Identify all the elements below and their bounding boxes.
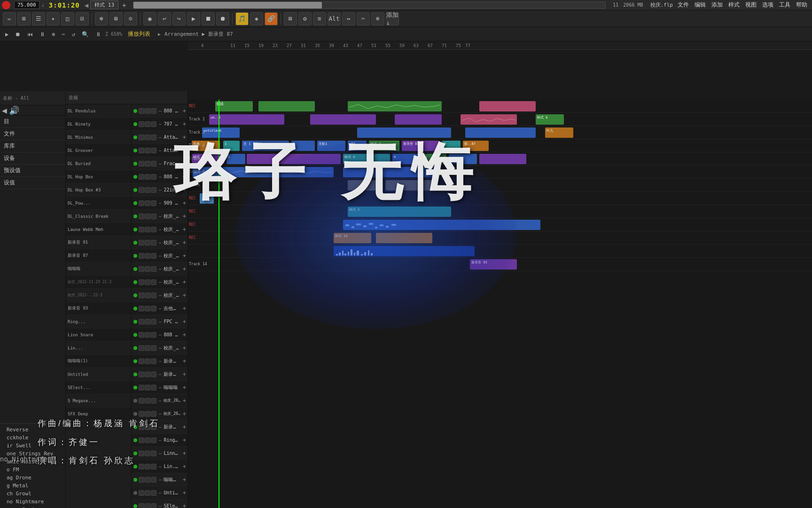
tool-slice[interactable]: ⊛ [95,12,108,25]
b3t[interactable] [151,477,156,483]
b1m[interactable] [139,385,144,390]
plus2[interactable]: + [183,239,186,246]
nav-arrow[interactable]: ◀ [85,1,88,9]
tool-move[interactable]: ↔ [342,12,355,25]
plus3[interactable]: + [183,253,186,259]
menu-help[interactable]: 帮助 [796,1,807,9]
track-mute-22kick[interactable] [139,187,144,193]
track-solo-attac11[interactable] [145,148,150,153]
track-solo-909kick[interactable] [145,200,150,206]
plus17[interactable]: + [183,437,186,444]
tool-cut[interactable]: ✂ [357,12,370,25]
b3h[interactable] [151,319,156,325]
track-led-xq20rec2[interactable] [133,254,137,258]
track-add-707kick[interactable]: + [183,121,186,127]
track-led-ring[interactable] [133,438,137,442]
b1f[interactable] [139,293,144,298]
tool-undo[interactable]: ↩ [158,12,171,25]
clip-style10b[interactable] [376,233,432,243]
menu-file[interactable]: 文件 [678,1,689,9]
clip-t2-style6[interactable]: 样式 6 [536,114,564,125]
b3u[interactable] [151,490,156,496]
track-led-xq22-1[interactable] [133,399,137,403]
plus9[interactable]: + [183,332,186,338]
track-arm-attac02[interactable] [151,135,156,140]
b1b[interactable] [139,240,144,246]
tool-rec[interactable]: ⏺ [216,12,229,25]
b1h[interactable] [139,319,144,325]
plus12[interactable]: + [183,371,186,378]
track-led-fract[interactable] [133,162,137,166]
track-arm-808ch[interactable] [151,108,156,114]
track-solo-808ch[interactable] [145,108,150,114]
clip-t5-3[interactable]: 3 [226,154,245,164]
b2r[interactable] [145,451,150,456]
b1t[interactable] [139,477,144,483]
track-mute-707kick[interactable] [139,121,144,127]
b3e[interactable] [151,279,156,285]
plus13[interactable]: + [183,384,186,391]
b3o[interactable] [151,411,156,417]
b1c[interactable] [139,253,144,259]
clip-t3d[interactable]: 叶儿 [545,127,573,138]
tool-link[interactable]: 🔗 [265,12,278,25]
tool-draw[interactable]: ✏ [3,12,16,25]
track-add[interactable]: + [183,134,186,141]
track-mute-808ch[interactable] [139,108,144,114]
b3b[interactable] [151,240,156,246]
track-mute-attac11[interactable] [139,148,144,153]
track-led-untitled[interactable] [133,491,137,495]
track-led-rec93[interactable] [133,425,137,429]
b3p[interactable] [151,424,156,430]
b2p[interactable] [145,424,150,430]
b1k[interactable] [139,358,144,364]
tool-select[interactable]: ✦ [47,12,60,25]
track-arm-909kick[interactable] [151,200,156,206]
b1g[interactable] [139,306,144,311]
track-led-808sre2[interactable] [133,333,137,337]
track-mute-909kick[interactable] [139,200,144,206]
tb2-cut[interactable]: ✂ [59,30,67,39]
b3n[interactable] [151,398,156,404]
b2m[interactable] [145,385,150,390]
b2n[interactable] [145,398,150,404]
clip-rec1a[interactable] [258,101,315,111]
b2b[interactable] [145,240,150,246]
tool-zoom[interactable]: ⊡ [76,12,89,25]
track-arm-attac11[interactable] [151,148,156,153]
track-led-xq20rec3[interactable] [133,280,137,284]
plus21[interactable]: + [183,490,186,496]
menu-options[interactable]: 选项 [762,1,773,9]
b1n[interactable] [139,398,144,404]
tool-alt[interactable]: Alt [328,12,341,25]
b2q[interactable] [145,437,150,443]
plus8[interactable]: + [183,318,186,325]
b2e[interactable] [145,279,150,285]
tool-settings[interactable]: ⚙ [298,12,312,25]
tool-detuner[interactable]: ☰ [32,12,45,25]
track-led-xq20ec3[interactable] [133,241,137,245]
clip-t4-rec87[interactable]: 新..87 [463,141,489,151]
record-button[interactable] [2,1,10,9]
tb2-stop[interactable]: ⏸ [37,30,47,39]
b1r[interactable] [139,451,144,456]
clip-t3b[interactable] [357,127,451,138]
tool-add3[interactable]: 添加↓ [386,12,399,25]
track-arm-xq20rec[interactable] [151,214,156,219]
b3v[interactable] [151,503,156,508]
clip-rec2a[interactable] [200,193,214,204]
sidebar-item-file[interactable]: 文件 [0,128,65,140]
tool-play[interactable]: ▶ [187,12,200,25]
clip-t7b[interactable] [385,180,432,190]
b1v[interactable] [139,503,144,508]
b3f[interactable] [151,293,156,298]
b3l[interactable] [151,372,156,377]
clip-t3c[interactable] [465,127,536,138]
clip-t5-yang[interactable]: 样 [423,154,446,164]
b1u[interactable] [139,490,144,496]
collapse-btn[interactable]: ◀ [2,105,7,115]
track-mute-fract[interactable] [139,161,144,167]
track-add-xq20rec[interactable]: + [183,213,186,220]
track-solo-attac02[interactable] [145,135,150,140]
tool-record[interactable]: ◉ [143,12,156,25]
